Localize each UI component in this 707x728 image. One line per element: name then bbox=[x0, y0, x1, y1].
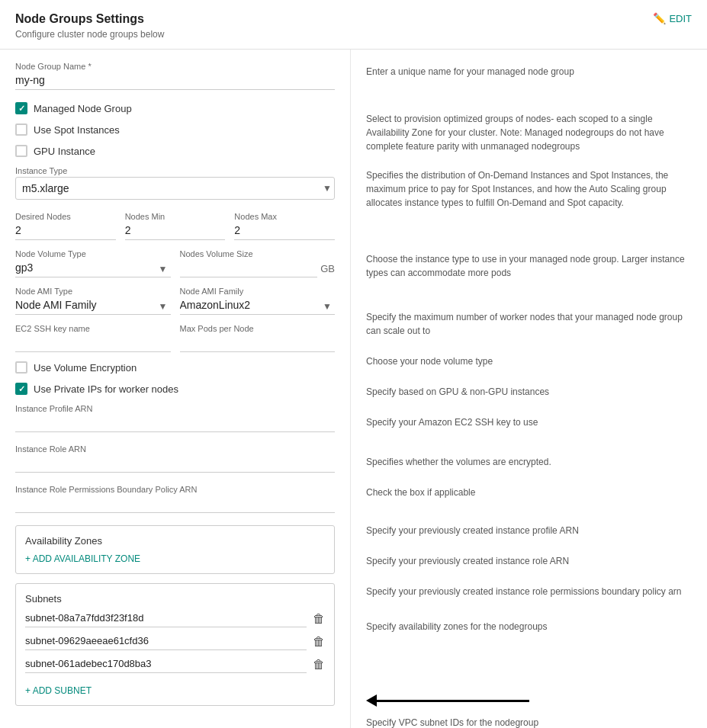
help-nodes-max: Specify the maximum number of worker nod… bbox=[366, 307, 692, 338]
availability-zones-section: Availability Zones + ADD AVAILABILITY ZO… bbox=[15, 525, 335, 574]
node-group-name-label: Node Group Name * bbox=[15, 62, 335, 71]
header-left: Node Groups Settings Configure cluster n… bbox=[15, 12, 164, 40]
help-instance-role-permissions: Specify your previously created instance… bbox=[366, 582, 692, 598]
node-ami-family-label: Node AMI Family bbox=[180, 287, 336, 296]
spot-instances-row: Use Spot Instances bbox=[15, 123, 335, 136]
help-instance-profile-arn: Specify your previously created instance… bbox=[366, 521, 692, 537]
volume-encryption-checkbox[interactable] bbox=[15, 361, 27, 374]
node-ami-family-select[interactable]: AmazonLinux2 bbox=[180, 297, 336, 315]
add-availability-zone-button[interactable]: + ADD AVAILABILITY ZONE bbox=[25, 553, 140, 564]
subnet-input-2[interactable] bbox=[25, 633, 307, 650]
nodes-min-input[interactable] bbox=[125, 223, 226, 240]
node-volume-type-field: Node Volume Type gp3 gp2 io1 ▼ bbox=[15, 249, 171, 277]
subnet-row-3: 🗑 bbox=[25, 656, 325, 673]
page-container: Node Groups Settings Configure cluster n… bbox=[0, 0, 707, 728]
instance-profile-arn-section: Instance Profile ARN bbox=[15, 404, 335, 432]
instance-profile-arn-input[interactable] bbox=[15, 415, 335, 432]
node-group-name-input[interactable] bbox=[15, 72, 335, 90]
help-private-ips: Check the box if applicable bbox=[366, 483, 692, 499]
managed-node-group-checkbox[interactable] bbox=[15, 102, 27, 114]
arrow-indicator bbox=[366, 694, 692, 707]
help-instance-type: Choose the instance type to use in your … bbox=[366, 249, 692, 280]
subnet-row-1: 🗑 bbox=[25, 611, 325, 627]
arrow-head-icon bbox=[366, 694, 377, 707]
delete-subnet-2-icon[interactable]: 🗑 bbox=[313, 635, 325, 649]
subnets-title: Subnets bbox=[25, 593, 325, 605]
nodes-grid: Desired Nodes Nodes Min Nodes Max bbox=[15, 212, 335, 240]
instance-profile-arn-label: Instance Profile ARN bbox=[15, 404, 335, 413]
instance-role-arn-input[interactable] bbox=[15, 455, 335, 473]
max-pods-input[interactable] bbox=[180, 335, 336, 352]
desired-nodes-field: Desired Nodes bbox=[15, 212, 116, 240]
nodes-max-label: Nodes Max bbox=[234, 212, 335, 221]
volume-encryption-label[interactable]: Use Volume Encryption bbox=[34, 362, 137, 374]
instance-role-permissions-input[interactable] bbox=[15, 495, 335, 513]
help-panel: Enter a unique name for your managed nod… bbox=[351, 50, 707, 728]
nodes-volume-size-input[interactable] bbox=[180, 260, 318, 277]
help-node-volume-type: Choose your node volume type bbox=[366, 351, 692, 368]
help-managed-node-group: Select to provision optimized groups of … bbox=[366, 109, 692, 153]
desired-nodes-label: Desired Nodes bbox=[15, 212, 116, 221]
node-group-name-section: Node Group Name * bbox=[15, 62, 335, 90]
instance-role-arn-label: Instance Role ARN bbox=[15, 444, 335, 454]
help-spot-instances: Specifies the distribution of On-Demand … bbox=[366, 165, 692, 210]
private-ips-row: Use Private IPs for worker nodes bbox=[15, 383, 335, 395]
subnet-input-3[interactable] bbox=[25, 656, 307, 673]
instance-type-section: Instance Type m5.xlarge m5.large m5.2xla… bbox=[15, 166, 335, 200]
instance-role-arn-section: Instance Role ARN bbox=[15, 444, 335, 473]
managed-node-group-row: Managed Node Group bbox=[15, 102, 335, 114]
arrow-line bbox=[377, 700, 529, 702]
subnet-input-1[interactable] bbox=[25, 611, 307, 627]
nodes-volume-size-label: Nodes Volume Size bbox=[180, 249, 336, 258]
help-ec2-ssh-key: Specify your Amazon EC2 SSH key to use bbox=[366, 412, 692, 429]
main-content: Node Group Name * Managed Node Group Use… bbox=[0, 50, 707, 728]
nodes-max-field: Nodes Max bbox=[234, 212, 335, 240]
instance-type-label: Instance Type bbox=[15, 166, 335, 175]
nodes-max-input[interactable] bbox=[234, 223, 335, 240]
form-panel: Node Group Name * Managed Node Group Use… bbox=[0, 50, 351, 728]
nodes-min-field: Nodes Min bbox=[125, 212, 226, 240]
instance-type-select-wrapper: m5.xlarge m5.large m5.2xlarge ▼ bbox=[15, 177, 335, 200]
ssh-pods-row: EC2 SSH key name Max Pods per Node bbox=[15, 324, 335, 352]
subnets-section: Subnets 🗑 🗑 🗑 + ADD SUBNET bbox=[15, 583, 335, 706]
delete-subnet-3-icon[interactable]: 🗑 bbox=[313, 658, 325, 672]
max-pods-field: Max Pods per Node bbox=[180, 324, 336, 352]
node-volume-type-label: Node Volume Type bbox=[15, 249, 171, 258]
add-subnet-button[interactable]: + ADD SUBNET bbox=[25, 685, 92, 696]
gpu-instance-checkbox[interactable] bbox=[15, 145, 27, 157]
managed-node-group-label[interactable]: Managed Node Group bbox=[34, 103, 132, 114]
node-ami-type-select-wrapper: Node AMI Family ▼ bbox=[15, 297, 171, 315]
private-ips-checkbox[interactable] bbox=[15, 383, 27, 395]
subnet-row-2: 🗑 bbox=[25, 633, 325, 650]
instance-role-permissions-section: Instance Role Permissions Boundary Polic… bbox=[15, 485, 335, 513]
private-ips-label[interactable]: Use Private IPs for worker nodes bbox=[34, 383, 178, 395]
availability-zones-title: Availability Zones bbox=[25, 535, 325, 547]
gpu-instance-row: GPU Instance bbox=[15, 145, 335, 157]
nodes-volume-size-field: Nodes Volume Size GB bbox=[180, 249, 336, 277]
node-ami-type-field: Node AMI Type Node AMI Family ▼ bbox=[15, 287, 171, 315]
spot-instances-checkbox[interactable] bbox=[15, 123, 27, 136]
help-subnets: Specify VPC subnet IDs for the nodegroup bbox=[366, 713, 692, 728]
spot-instances-label[interactable]: Use Spot Instances bbox=[34, 124, 120, 136]
node-ami-family-field: Node AMI Family AmazonLinux2 ▼ bbox=[180, 287, 336, 315]
volume-size-row: GB bbox=[180, 260, 336, 277]
ec2-ssh-key-input[interactable] bbox=[15, 335, 171, 352]
nodes-min-label: Nodes Min bbox=[125, 212, 226, 221]
node-ami-type-select[interactable]: Node AMI Family bbox=[15, 297, 171, 315]
node-ami-type-label: Node AMI Type bbox=[15, 287, 171, 296]
instance-type-select[interactable]: m5.xlarge m5.large m5.2xlarge bbox=[15, 177, 335, 200]
node-volume-type-select[interactable]: gp3 gp2 io1 bbox=[15, 260, 171, 277]
ami-row: Node AMI Type Node AMI Family ▼ Node AMI… bbox=[15, 287, 335, 315]
help-node-ami-type: Specify based on GPU & non-GPU instances bbox=[366, 382, 692, 399]
header: Node Groups Settings Configure cluster n… bbox=[0, 0, 707, 50]
edit-button[interactable]: ✏️ EDIT bbox=[653, 12, 692, 24]
help-instance-role-arn: Specify your previously created instance… bbox=[366, 551, 692, 568]
node-ami-family-select-wrapper: AmazonLinux2 ▼ bbox=[180, 297, 336, 315]
page-subtitle: Configure cluster node groups below bbox=[15, 29, 164, 40]
desired-nodes-input[interactable] bbox=[15, 223, 116, 240]
gpu-instance-label[interactable]: GPU Instance bbox=[34, 146, 95, 157]
max-pods-label: Max Pods per Node bbox=[180, 324, 336, 333]
page-title: Node Groups Settings bbox=[15, 12, 164, 26]
delete-subnet-1-icon[interactable]: 🗑 bbox=[313, 612, 325, 626]
ec2-ssh-key-label: EC2 SSH key name bbox=[15, 324, 171, 333]
